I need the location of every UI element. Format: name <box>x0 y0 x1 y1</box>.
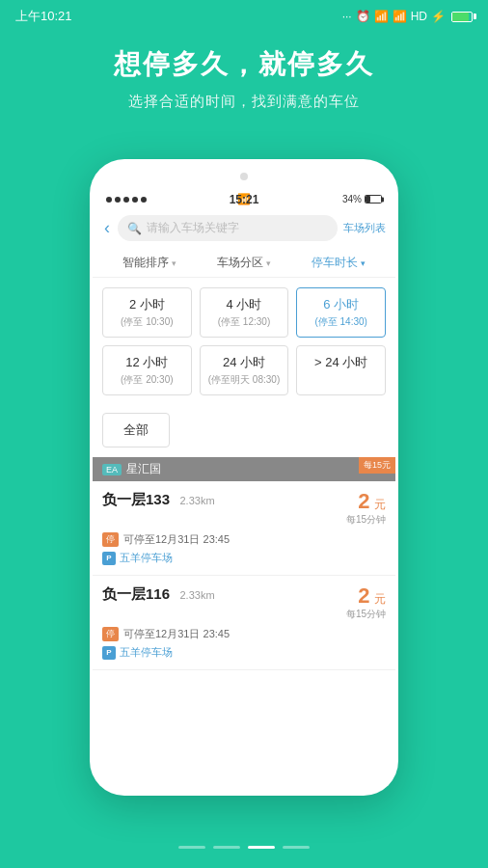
park-ea-tag: EA <box>102 464 122 475</box>
park-card-1-price-row: 2 元 <box>346 491 386 513</box>
time-btn-2h-main: 2 小时 <box>107 296 187 313</box>
time-btn-2h-sub: (停至 10:30) <box>107 315 187 329</box>
inner-status-right: 34% <box>342 194 382 204</box>
bottom-dots <box>0 846 488 849</box>
phone-speaker <box>240 173 248 180</box>
time-btn-6h[interactable]: 6 小时 (停至 14:30) <box>296 287 386 338</box>
search-placeholder: 请输入车场关键字 <box>147 220 239 236</box>
park-card-1-lot-icon: P <box>102 552 116 565</box>
park-card-2-name: 负一层116 <box>102 585 170 602</box>
hero-title: 想停多久，就停多久 <box>19 46 469 83</box>
park-header-name: 星汇国 <box>126 461 161 477</box>
park-card-2-lot-name: 五羊停车场 <box>120 645 173 660</box>
park-card-1-top: 负一层133 2.33km 2 元 每15分钟 <box>102 491 386 527</box>
park-card-2-until: 可停至12月31日 23:45 <box>123 627 230 641</box>
smart-sort-chevron: ▾ <box>172 258 176 268</box>
park-card-1-distance: 2.33km <box>179 495 214 506</box>
time-btn-6h-main: 6 小时 <box>301 296 381 313</box>
park-card-1-lot-name: 五羊停车场 <box>120 551 173 565</box>
park-card-1-tag: 停 <box>102 532 119 547</box>
park-card-2[interactable]: 负一层116 2.33km 2 元 每15分钟 停 可停至12月31日 23:4… <box>93 576 395 670</box>
dot-3 <box>248 846 275 849</box>
time-btn-24h[interactable]: 24 小时 (停至明天 08:30) <box>200 345 289 395</box>
inner-signal-dots <box>106 197 147 203</box>
price-badge: 每15元 <box>359 457 395 474</box>
inner-battery <box>365 195 382 203</box>
signal-dots: ··· <box>342 10 352 23</box>
lightning-icon: ⚡ <box>431 10 446 23</box>
battery-indicator <box>451 12 473 22</box>
park-card-1-lot-row: P 五羊停车场 <box>102 551 386 565</box>
time-btn-12h[interactable]: 12 小时 (停至 20:30) <box>102 345 192 395</box>
time-grid: 2 小时 (停至 10:30) 4 小时 (停至 12:30) 6 小时 (停至… <box>93 278 395 413</box>
time-btn-4h-main: 4 小时 <box>204 296 285 313</box>
status-time: 上午10:21 <box>15 8 72 25</box>
zone-label: 车场分区 <box>217 255 263 271</box>
park-card-2-name-row: 负一层116 2.33km <box>102 585 215 604</box>
inner-battery-percent: 34% <box>342 194 362 204</box>
park-card-1-price-num: 2 <box>358 489 369 513</box>
search-input-box[interactable]: 🔍 请输入车场关键字 <box>118 215 338 241</box>
park-card-2-tag: 停 <box>102 627 119 641</box>
time-btn-over24h[interactable]: > 24 小时 <box>296 345 386 395</box>
time-btn-2h[interactable]: 2 小时 (停至 10:30) <box>102 287 192 338</box>
status-right: ··· ⏰ 📶 📶 HD ⚡ <box>342 10 473 23</box>
hd-label: HD <box>411 10 427 23</box>
duration-chevron: ▾ <box>361 258 366 268</box>
filter-tabs: 智能排序 ▾ 车场分区 ▾ 停车时长 ▾ <box>93 249 395 278</box>
park-card-1-name: 负一层133 <box>102 491 170 507</box>
park-card-1-info-row: 停 可停至12月31日 23:45 <box>102 532 386 547</box>
signal-icon: 📶 <box>393 10 407 23</box>
hero-subtitle: 选择合适的时间，找到满意的车位 <box>19 93 469 111</box>
park-card-2-price-per: 每15分钟 <box>346 608 386 621</box>
park-card-1-name-row: 负一层133 2.33km <box>102 491 215 509</box>
search-area: ‹ 🔍 请输入车场关键字 车场列表 <box>93 209 395 249</box>
phone-mockup: 📶 15:21 34% ‹ 🔍 请输入车场关键字 车场列表 智能排序 ▾ 车场分… <box>90 159 398 796</box>
dot-4 <box>283 846 310 849</box>
time-btn-4h[interactable]: 4 小时 (停至 12:30) <box>200 287 289 338</box>
time-row-1: 2 小时 (停至 10:30) 4 小时 (停至 12:30) 6 小时 (停至… <box>102 287 386 338</box>
dot-1 <box>178 846 205 849</box>
inner-status-bar: 📶 15:21 34% <box>93 191 395 209</box>
alarm-icon: ⏰ <box>356 10 370 23</box>
filter-tab-smart-sort[interactable]: 智能排序 ▾ <box>102 255 197 271</box>
filter-tab-zone[interactable]: 车场分区 ▾ <box>197 255 291 271</box>
park-card-1-price: 2 元 每15分钟 <box>346 491 386 527</box>
time-btn-4h-sub: (停至 12:30) <box>204 315 285 329</box>
time-btn-6h-sub: (停至 14:30) <box>301 315 381 329</box>
park-card-2-top: 负一层116 2.33km 2 元 每15分钟 <box>102 585 386 621</box>
search-icon: 🔍 <box>127 222 142 235</box>
park-list-header: EA 星汇国 每15元 <box>93 457 395 481</box>
park-card-1[interactable]: 负一层133 2.33km 2 元 每15分钟 停 可停至12月31日 23:4… <box>93 481 395 576</box>
time-row-2: 12 小时 (停至 20:30) 24 小时 (停至明天 08:30) > 24… <box>102 345 386 395</box>
inner-time: 15:21 <box>230 193 259 206</box>
time-btn-24h-main: 24 小时 <box>204 354 285 371</box>
park-card-1-until: 可停至12月31日 23:45 <box>123 532 230 547</box>
park-card-2-price: 2 元 每15分钟 <box>346 585 386 621</box>
park-card-2-lot-icon: P <box>102 646 116 660</box>
all-btn-row: 全部 <box>93 413 395 457</box>
back-button[interactable]: ‹ <box>102 218 112 238</box>
time-btn-12h-main: 12 小时 <box>107 354 187 371</box>
park-card-2-lot-row: P 五羊停车场 <box>102 645 386 660</box>
park-card-2-price-row: 2 元 <box>346 585 386 608</box>
park-list-button[interactable]: 车场列表 <box>343 221 386 235</box>
park-list: EA 星汇国 每15元 负一层133 2.33km 2 元 每15分钟 <box>93 457 395 670</box>
park-card-2-info-row: 停 可停至12月31日 23:45 <box>102 627 386 641</box>
filter-tab-duration[interactable]: 停车时长 ▾ <box>291 255 386 271</box>
dot-2 <box>213 846 240 849</box>
smart-sort-label: 智能排序 <box>122 255 169 271</box>
all-button[interactable]: 全部 <box>102 413 170 448</box>
time-btn-24h-sub: (停至明天 08:30) <box>204 373 285 387</box>
hero-section: 想停多久，就停多久 选择合适的时间，找到满意的车位 <box>0 29 488 130</box>
wifi-icon: 📶 <box>374 10 389 23</box>
park-card-2-distance: 2.33km <box>179 589 214 601</box>
park-card-1-price-unit: 元 <box>374 498 386 511</box>
park-card-1-price-per: 每15分钟 <box>346 513 386 527</box>
phone-top <box>93 162 395 191</box>
zone-chevron: ▾ <box>266 258 271 268</box>
park-card-2-price-num: 2 <box>358 583 369 608</box>
status-bar: 上午10:21 ··· ⏰ 📶 📶 HD ⚡ <box>0 0 488 29</box>
time-btn-12h-sub: (停至 20:30) <box>107 373 187 387</box>
park-card-2-price-unit: 元 <box>374 592 386 606</box>
